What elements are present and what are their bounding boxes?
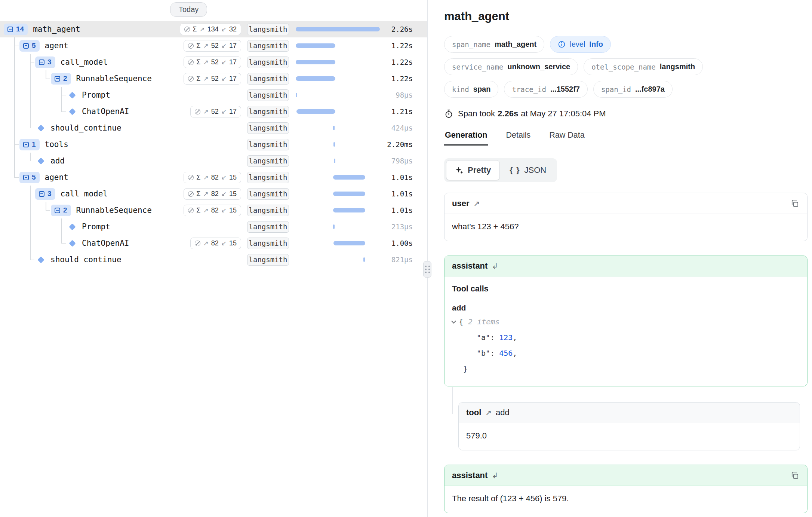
- token-metrics-badge: Σ↗82↙15: [184, 188, 241, 200]
- tab-raw-data[interactable]: Raw Data: [548, 131, 585, 146]
- tree-indent: [3, 37, 19, 54]
- collapse-badge[interactable]: 14: [4, 24, 28, 35]
- arrow-up-right-icon: ↗: [485, 408, 492, 417]
- input-tokens: 82: [211, 174, 219, 181]
- duration-bar-track: [296, 208, 380, 212]
- token-metrics-badge: ↗82↙15: [190, 238, 241, 249]
- tag-column: langsmith: [247, 205, 289, 216]
- collapse-badge[interactable]: 2: [51, 73, 71, 85]
- chip-key: trace_id: [512, 85, 546, 94]
- collapse-badge[interactable]: 5: [19, 40, 40, 52]
- copy-button[interactable]: [790, 198, 800, 208]
- tree-row[interactable]: 5agentΣ↗52↙17langsmith1.22s: [0, 37, 427, 54]
- tree-row[interactable]: 3call_modelΣ↗82↙15langsmith1.01s: [0, 186, 427, 202]
- span-name-label: call_model: [61, 58, 175, 67]
- tag-column: langsmith: [247, 238, 289, 249]
- token-metrics-badge: Σ↗134↙32: [180, 24, 241, 35]
- collapse-badge[interactable]: 3: [35, 56, 55, 68]
- tree-row[interactable]: 14math_agentΣ↗134↙32langsmith2.26s: [0, 21, 427, 37]
- output-arrow-icon: ↙: [221, 239, 227, 247]
- leaf-diamond-icon: [37, 157, 44, 164]
- tag-column: langsmith: [247, 106, 289, 117]
- tree-row[interactable]: 5agentΣ↗82↙15langsmith1.01s: [0, 169, 427, 186]
- output-tokens: 15: [229, 207, 237, 214]
- langsmith-tag: langsmith: [247, 122, 289, 134]
- tree-row[interactable]: addlangsmith798µs: [0, 153, 427, 169]
- tab-generation[interactable]: Generation: [444, 131, 488, 146]
- tokens-icon: [195, 109, 200, 114]
- close-brace: }: [452, 361, 800, 377]
- attr-chip-level: levelInfo: [550, 36, 611, 53]
- output-arrow-icon: ↙: [221, 58, 227, 66]
- duration-bar-track: [296, 27, 380, 31]
- json-key: "b": [477, 349, 490, 358]
- duration-bar-track: [296, 224, 380, 229]
- today-button[interactable]: Today: [170, 2, 207, 17]
- json-colon: :: [490, 333, 499, 342]
- langsmith-tag: langsmith: [247, 254, 289, 266]
- tree-row[interactable]: Promptlangsmith213µs: [0, 218, 427, 235]
- chip-value: Info: [589, 40, 603, 49]
- message-card: user↗what's 123 + 456?: [444, 193, 808, 241]
- duration-label: 821µs: [384, 256, 413, 264]
- tree-guide-line: [30, 218, 31, 235]
- json-entries: "a": 123,"b": 456,: [452, 330, 800, 361]
- tree-guide-line: [30, 235, 31, 251]
- collapse-badge[interactable]: 2: [51, 205, 71, 216]
- tag-column: langsmith: [247, 254, 289, 266]
- tree-row[interactable]: should_continuelangsmith424µs: [0, 120, 427, 136]
- duration-label: 1.01s: [384, 190, 413, 198]
- tree-guide-elbow: [14, 177, 19, 178]
- duration-bar: [333, 224, 335, 229]
- token-metrics-badge: Σ↗52↙17: [184, 40, 241, 52]
- span-name-label: RunnableSequence: [76, 74, 175, 83]
- divider-drag-handle[interactable]: [423, 261, 431, 278]
- message-role: user: [452, 199, 469, 208]
- tree-row[interactable]: 1toolslangsmith2.20ms: [0, 136, 427, 153]
- tree-row[interactable]: 2RunnableSequenceΣ↗82↙15langsmith1.01s: [0, 202, 427, 218]
- tree-guide-elbow: [30, 161, 34, 162]
- message-role: assistant: [452, 471, 487, 480]
- tree-row[interactable]: 3call_modelΣ↗52↙17langsmith1.22s: [0, 54, 427, 70]
- tree-row[interactable]: ChatOpenAI↗52↙17langsmith1.21s: [0, 103, 427, 120]
- tree-row[interactable]: Promptlangsmith98µs: [0, 87, 427, 103]
- chevron-down-icon[interactable]: [451, 319, 456, 324]
- tree-row[interactable]: ChatOpenAI↗82↙15langsmith1.00s: [0, 235, 427, 251]
- duration-label: 1.01s: [384, 206, 413, 214]
- tool-name-label: add: [496, 408, 510, 417]
- tag-column: langsmith: [247, 172, 289, 183]
- span-count: 3: [47, 190, 52, 198]
- collapse-badge[interactable]: 1: [19, 139, 40, 150]
- tree-guide-elbow: [30, 128, 34, 129]
- span-count: 2: [63, 74, 67, 83]
- span-name-label: ChatOpenAI: [82, 239, 175, 248]
- summary-timestamp: at May 27 17:05:04 PM: [521, 109, 606, 119]
- metrics-column: Σ↗52↙17: [175, 40, 241, 52]
- collapse-badge[interactable]: 3: [35, 188, 55, 200]
- tag-column: langsmith: [247, 122, 289, 134]
- chip-row: kindspantrace_id...1552f7span_id...fc897…: [444, 81, 808, 98]
- duration-label: 1.21s: [384, 107, 413, 116]
- items-count: 2 items: [468, 314, 499, 330]
- collapse-badge[interactable]: 5: [19, 172, 40, 183]
- tab-details[interactable]: Details: [505, 131, 532, 146]
- tree-indent: [3, 153, 34, 169]
- tokens-icon: [188, 43, 194, 49]
- message-card: assistant↲The result of (123 + 456) is 5…: [444, 465, 808, 513]
- tree-row[interactable]: 2RunnableSequenceΣ↗52↙17langsmith1.22s: [0, 70, 427, 87]
- duration-label: 424µs: [384, 124, 413, 132]
- panel-divider[interactable]: [427, 0, 428, 517]
- view-toggle-pretty[interactable]: Pretty: [446, 160, 500, 180]
- tree-row[interactable]: should_continuelangsmith821µs: [0, 251, 427, 268]
- tool-calls-label: Tool calls: [452, 284, 800, 294]
- copy-button[interactable]: [790, 470, 800, 480]
- langsmith-tag: langsmith: [247, 139, 289, 150]
- json-tree: {2 items"a": 123,"b": 456,}: [452, 314, 800, 377]
- chip-row: span_namemath_agentlevelInfo: [444, 36, 808, 53]
- view-toggle-json[interactable]: { }JSON: [501, 160, 555, 180]
- chip-value: unknown_service: [507, 62, 570, 71]
- tree-guide-line: [61, 235, 62, 243]
- tree-guide-line: [14, 54, 15, 70]
- sigma-icon: Σ: [196, 207, 200, 214]
- summary-prefix: Span took: [458, 109, 495, 119]
